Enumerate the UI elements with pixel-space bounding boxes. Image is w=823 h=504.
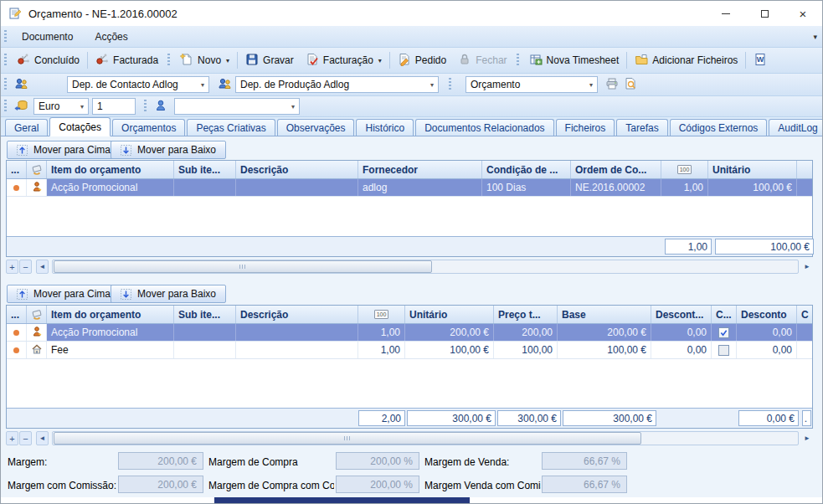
responsible-select[interactable]: ▾	[174, 98, 300, 115]
novo-button[interactable]: Novo ▾	[174, 50, 235, 71]
currency-lookup-button[interactable]	[11, 98, 32, 116]
print-preview-button[interactable]	[621, 75, 640, 95]
responsible-lookup-button[interactable]	[151, 98, 171, 116]
adicionar-ficheiros-button[interactable]: Adicionar Ficheiros	[629, 50, 743, 71]
tab-codigos-externos[interactable]: Códigos Externos	[670, 119, 768, 136]
grid1-move-down-button[interactable]: Mover para Baixo	[111, 141, 226, 159]
status-node-icon	[17, 53, 30, 69]
scroll-left-button[interactable]: ◄	[36, 260, 49, 274]
close-button[interactable]: ×	[784, 1, 822, 26]
contact-department-lookup-button[interactable]	[11, 75, 32, 95]
column-header-item[interactable]: Item do orçamento	[47, 306, 174, 323]
tab-ficheiros[interactable]: Ficheiros	[556, 119, 615, 136]
delete-row-button[interactable]: −	[19, 431, 32, 445]
production-department-lookup-button[interactable]	[214, 75, 235, 95]
column-header-base[interactable]: Base	[558, 306, 651, 323]
column-header-desconto-perc[interactable]: Descont...	[651, 306, 712, 323]
grid1-move-up-button[interactable]: Mover para Cima	[7, 141, 121, 159]
scrollbar-track[interactable]	[52, 260, 799, 274]
facturada-button[interactable]: Facturada	[90, 50, 164, 71]
tab-observacoes[interactable]: Observações	[277, 119, 355, 136]
menu-documento[interactable]: Documento	[11, 31, 84, 43]
contact-department-select[interactable]: Dep. de Contacto Adlog ▾	[67, 76, 209, 93]
drag-grip[interactable]	[4, 54, 7, 67]
maximize-button[interactable]	[745, 1, 784, 26]
toolbar-overflow-icon[interactable]: ▾	[813, 33, 817, 41]
exchange-rate-input[interactable]: 1	[92, 98, 136, 115]
column-header-quantidade[interactable]: 100	[358, 306, 405, 323]
column-header-sub-item[interactable]: Sub ite...	[174, 306, 236, 323]
column-header-comissao[interactable]: C...	[712, 306, 737, 323]
drag-grip[interactable]	[144, 100, 147, 113]
scroll-right-button[interactable]: ►	[801, 260, 813, 274]
tab-tarefas[interactable]: Tarefas	[616, 119, 667, 136]
tab-orcamentos[interactable]: Orçamentos	[112, 119, 185, 136]
production-department-select[interactable]: Dep. de Produção Adlog ▾	[235, 76, 439, 93]
column-header-ordem[interactable]: Ordem de Co...	[571, 161, 661, 178]
separator	[389, 52, 390, 69]
column-header-fornecedor[interactable]: Fornecedor	[358, 161, 482, 178]
tab-auditlog[interactable]: AuditLog	[769, 119, 823, 136]
column-header-descricao[interactable]: Descrição	[236, 306, 358, 323]
column-header-condicao[interactable]: Condição de ...	[482, 161, 571, 178]
document-type-select[interactable]: Orçamento ▾	[466, 76, 598, 93]
cell-fornecedor: adlog	[358, 179, 482, 196]
grid2-move-up-button[interactable]: Mover para Cima	[7, 285, 121, 303]
column-header-unitario[interactable]: Unitário	[405, 306, 494, 323]
menu-accoes[interactable]: Acções	[84, 31, 138, 43]
column-header-indicator[interactable]: ...	[7, 161, 27, 178]
drag-grip[interactable]	[4, 100, 7, 113]
nova-timesheet-button[interactable]: Nova Timesheet	[523, 50, 625, 71]
drag-grip[interactable]	[449, 78, 451, 91]
checkbox-unchecked[interactable]	[718, 345, 729, 356]
currency-coins-icon	[14, 99, 28, 115]
tab-geral[interactable]: Geral	[5, 119, 48, 136]
currency-select[interactable]: Euro ▾	[33, 98, 89, 115]
chevron-down-icon: ▾	[198, 81, 204, 89]
scroll-right-button[interactable]: ►	[801, 431, 813, 445]
grid2-move-down-button[interactable]: Mover para Baixo	[111, 285, 226, 303]
column-header-partial	[797, 161, 812, 178]
concluido-button[interactable]: Concluído	[11, 50, 85, 71]
word-export-button[interactable]: W	[748, 50, 773, 71]
column-header-descricao[interactable]: Descrição	[236, 161, 358, 178]
column-header-unitario[interactable]: Unitário	[708, 161, 797, 178]
add-files-folder-icon	[635, 53, 648, 69]
drag-grip[interactable]	[4, 78, 7, 91]
column-header-preco-total[interactable]: Preço t...	[494, 306, 558, 323]
tab-cotacoes[interactable]: Cotações	[49, 117, 111, 136]
facturacao-button[interactable]: Facturação ▾	[300, 50, 388, 71]
table-row[interactable]: Acção Promocional adlog 100 Dias NE.2016…	[7, 179, 812, 197]
cell-base: 200,00 €	[558, 324, 651, 341]
print-button[interactable]	[603, 75, 621, 95]
drag-grip[interactable]	[167, 54, 170, 67]
column-header-item[interactable]: Item do orçamento	[47, 161, 174, 178]
scrollbar-thumb[interactable]	[54, 260, 432, 273]
scrollbar-thumb[interactable]	[54, 432, 641, 445]
column-header-item-type[interactable]	[27, 161, 47, 178]
menu-bar: Documento Acções ▾	[1, 26, 822, 48]
delete-row-button[interactable]: −	[19, 260, 32, 274]
quantity-100-icon: 100	[677, 165, 692, 174]
tab-pecas-criativas[interactable]: Peças Criativas	[187, 119, 275, 136]
column-header-item-type[interactable]	[27, 306, 47, 323]
drag-grip[interactable]	[517, 54, 519, 67]
add-row-button[interactable]: +	[6, 431, 18, 445]
tab-documentos-relacionados[interactable]: Documentos Relacionados	[415, 119, 553, 136]
scroll-left-button[interactable]: ◄	[36, 431, 49, 445]
drag-grip[interactable]	[4, 30, 7, 44]
pedido-button[interactable]: Pedido	[392, 50, 452, 71]
tab-historico[interactable]: Histórico	[356, 119, 414, 136]
gravar-button[interactable]: Gravar	[239, 50, 300, 71]
table-row[interactable]: Acção Promocional 1,00 200,00 € 200,00 2…	[7, 324, 812, 342]
checkbox-checked[interactable]	[718, 327, 729, 338]
table-row[interactable]: Fee 1,00 100,00 € 100,00 100,00 € 0,00 0…	[7, 342, 812, 359]
add-row-button[interactable]: +	[6, 260, 18, 274]
minimize-button[interactable]	[707, 1, 745, 26]
column-header-indicator[interactable]: ...	[7, 306, 27, 323]
scrollbar-track[interactable]	[52, 431, 799, 445]
word-document-icon: W	[754, 53, 767, 69]
column-header-sub-item[interactable]: Sub ite...	[174, 161, 236, 178]
column-header-desconto[interactable]: Desconto	[737, 306, 797, 323]
column-header-quantidade[interactable]: 100	[661, 161, 708, 178]
